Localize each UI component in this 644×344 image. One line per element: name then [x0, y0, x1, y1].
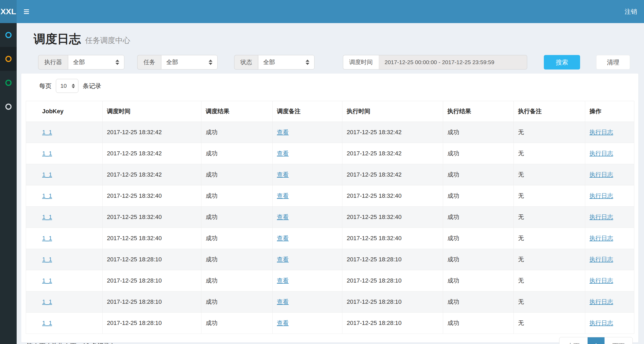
current-page-button[interactable]: 1 [588, 337, 605, 344]
table-row: 1_1 2017-12-25 18:32:40 成功 查看 2017-12-25… [26, 185, 634, 207]
circle-icon [5, 56, 12, 62]
top-navbar: XXL 注销 [0, 0, 644, 23]
select-arrows-icon [115, 60, 119, 65]
trigger-time-range-input[interactable]: 2017-12-25 00:00:00 - 2017-12-25 23:59:5… [379, 55, 527, 69]
view-trigger-msg-link[interactable]: 查看 [277, 256, 289, 263]
exec-log-link[interactable]: 执行日志 [589, 320, 613, 326]
handle-msg-cell: 无 [514, 207, 585, 228]
exec-log-link[interactable]: 执行日志 [589, 171, 613, 178]
sidebar-item-1[interactable] [0, 23, 17, 47]
trigger-time-cell: 2017-12-25 18:32:40 [103, 207, 201, 228]
jobkey-link[interactable]: 1_1 [42, 277, 52, 284]
exec-log-link[interactable]: 执行日志 [589, 129, 613, 136]
handle-time-cell: 2017-12-25 18:32:42 [342, 143, 443, 164]
view-trigger-msg-link[interactable]: 查看 [277, 214, 289, 220]
hamburger-icon [24, 9, 29, 10]
table-row: 1_1 2017-12-25 18:32:42 成功 查看 2017-12-25… [26, 122, 634, 143]
jobkey-link[interactable]: 1_1 [42, 235, 52, 241]
search-button[interactable]: 搜索 [544, 55, 580, 69]
sidebar-item-3[interactable] [0, 71, 17, 95]
handle-result-cell: 成功 [443, 143, 514, 164]
view-trigger-msg-link[interactable]: 查看 [277, 235, 289, 241]
jobkey-link[interactable]: 1_1 [42, 192, 52, 199]
handle-msg-cell: 无 [514, 291, 585, 313]
sidebar-item-4[interactable] [0, 95, 17, 119]
jobkey-link[interactable]: 1_1 [42, 298, 52, 305]
handle-msg-cell: 无 [514, 228, 585, 249]
jobkey-link[interactable]: 1_1 [42, 214, 52, 220]
exec-log-link[interactable]: 执行日志 [589, 192, 613, 199]
col-header-action: 操作 [585, 101, 634, 122]
jobkey-link[interactable]: 1_1 [42, 150, 52, 157]
job-select-value: 全部 [166, 58, 178, 66]
clear-log-button[interactable]: 清理 [596, 55, 630, 69]
handle-msg-cell: 无 [514, 143, 585, 164]
exec-log-link[interactable]: 执行日志 [589, 235, 613, 241]
jobkey-link[interactable]: 1_1 [42, 256, 52, 263]
handle-msg-cell: 无 [514, 185, 585, 207]
content-area: 调度日志 任务调度中心 执行器 全部 任务 全部 状态 全部 [17, 23, 644, 344]
circle-icon [5, 104, 12, 110]
jobkey-link[interactable]: 1_1 [42, 320, 52, 326]
handle-time-cell: 2017-12-25 18:32:40 [342, 207, 443, 228]
circle-icon [5, 80, 12, 86]
view-trigger-msg-link[interactable]: 查看 [277, 150, 289, 157]
handle-result-cell: 成功 [443, 122, 514, 143]
perpage-suffix-label: 条记录 [83, 82, 101, 90]
view-trigger-msg-link[interactable]: 查看 [277, 320, 289, 326]
view-trigger-msg-link[interactable]: 查看 [277, 277, 289, 284]
trigger-time-filter-label: 调度时间 [343, 55, 379, 69]
view-trigger-msg-link[interactable]: 查看 [277, 171, 289, 178]
jobkey-link[interactable]: 1_1 [42, 129, 52, 136]
exec-log-link[interactable]: 执行日志 [589, 277, 613, 284]
logout-link[interactable]: 注销 [618, 0, 644, 23]
next-page-button[interactable]: 下页 [605, 337, 632, 344]
exec-log-link[interactable]: 执行日志 [589, 298, 613, 305]
job-select[interactable]: 全部 [161, 55, 218, 69]
app-logo[interactable]: XXL [0, 0, 17, 23]
job-filter-group: 任务 全部 [137, 55, 218, 69]
view-trigger-msg-link[interactable]: 查看 [277, 298, 289, 305]
sidebar-toggle-button[interactable] [17, 0, 36, 23]
executor-select[interactable]: 全部 [68, 55, 124, 69]
handle-time-cell: 2017-12-25 18:32:40 [342, 185, 443, 207]
status-select[interactable]: 全部 [258, 55, 314, 69]
pagination-summary: 第 1 页 ( 总共 1 页，10 条记录 ) [26, 342, 114, 344]
log-table: JobKey 调度时间 调度结果 调度备注 执行时间 执行结果 执行备注 操作 … [26, 101, 634, 334]
sidebar-item-2[interactable] [0, 47, 17, 71]
trigger-time-cell: 2017-12-25 18:28:10 [103, 291, 201, 313]
handle-msg-cell: 无 [514, 313, 585, 334]
handle-time-cell: 2017-12-25 18:28:10 [342, 313, 443, 334]
table-row: 1_1 2017-12-25 18:32:40 成功 查看 2017-12-25… [26, 228, 634, 249]
exec-log-link[interactable]: 执行日志 [589, 150, 613, 157]
log-box: 每页 10 条记录 JobKey 调度时间 调度结果 调度备注 执行时间 执行结… [21, 73, 639, 343]
handle-msg-cell: 无 [514, 270, 585, 291]
exec-log-link[interactable]: 执行日志 [589, 256, 613, 263]
table-row: 1_1 2017-12-25 18:28:10 成功 查看 2017-12-25… [26, 270, 634, 291]
jobkey-link[interactable]: 1_1 [42, 171, 52, 178]
handle-msg-cell: 无 [514, 122, 585, 143]
table-row: 1_1 2017-12-25 18:32:42 成功 查看 2017-12-25… [26, 164, 634, 185]
handle-result-cell: 成功 [443, 185, 514, 207]
trigger-result-cell: 成功 [201, 313, 273, 334]
exec-log-link[interactable]: 执行日志 [589, 214, 613, 220]
prev-page-button[interactable]: 上页 [559, 337, 588, 344]
select-arrows-icon [209, 60, 212, 65]
trigger-time-cell: 2017-12-25 18:28:10 [103, 313, 201, 334]
handle-result-cell: 成功 [443, 207, 514, 228]
sidebar [0, 23, 17, 344]
page-header: 调度日志 任务调度中心 [34, 31, 644, 47]
trigger-result-cell: 成功 [201, 291, 273, 313]
handle-result-cell: 成功 [443, 164, 514, 185]
trigger-time-filter-group: 调度时间 2017-12-25 00:00:00 - 2017-12-25 23… [343, 55, 527, 69]
col-header-trigger-msg: 调度备注 [273, 101, 342, 122]
perpage-select-value: 10 [60, 83, 67, 89]
view-trigger-msg-link[interactable]: 查看 [277, 192, 289, 199]
table-row: 1_1 2017-12-25 18:28:10 成功 查看 2017-12-25… [26, 313, 634, 334]
handle-time-cell: 2017-12-25 18:28:10 [342, 291, 443, 313]
view-trigger-msg-link[interactable]: 查看 [277, 129, 289, 136]
col-header-trigger-result: 调度结果 [201, 101, 273, 122]
job-filter-label: 任务 [137, 55, 161, 69]
trigger-result-cell: 成功 [201, 164, 273, 185]
perpage-select[interactable]: 10 [56, 79, 78, 93]
